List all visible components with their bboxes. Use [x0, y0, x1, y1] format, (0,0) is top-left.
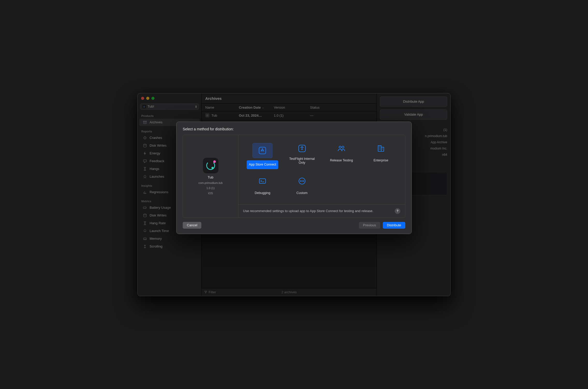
app-store-icon — [253, 143, 272, 158]
svg-rect-14 — [259, 179, 266, 183]
hourglass-icon — [143, 167, 147, 171]
option-enterprise[interactable]: Enterprise — [362, 141, 400, 171]
cell-date: Oct 23, 2024… — [239, 114, 274, 117]
option-label: Debugging — [253, 189, 272, 198]
hourglass-icon — [143, 221, 147, 225]
column-version[interactable]: Version — [274, 106, 310, 109]
cancel-button[interactable]: Cancel — [183, 222, 201, 229]
table-header: Name Creation Date⌄ Version Status — [202, 104, 377, 111]
cell-status: — — [310, 114, 373, 117]
sidebar-label: Disk Writes — [150, 144, 166, 147]
section-products: Products — [138, 111, 201, 118]
testflight-icon — [297, 143, 307, 154]
archive-icon — [143, 120, 147, 124]
app-icon — [203, 158, 218, 173]
option-debugging[interactable]: Debugging — [244, 174, 282, 200]
scheme-label: Tub! — [148, 104, 154, 108]
sidebar-label: Crashes — [150, 136, 162, 140]
chevron-down-icon: ⌄ — [262, 106, 264, 109]
option-release-testing[interactable]: Release Testing — [322, 141, 361, 171]
distribute-app-button[interactable]: Distribute App — [380, 96, 447, 107]
svg-point-6 — [144, 214, 146, 215]
sidebar-label: Energy — [150, 151, 160, 155]
option-label: App Store Connect — [247, 160, 278, 169]
building-icon — [376, 143, 386, 154]
sheet-title: Select a method for distribution: — [183, 127, 405, 131]
option-label: Custom — [294, 189, 310, 198]
app-version: 1.0 (1) — [207, 186, 215, 190]
svg-point-10 — [339, 146, 341, 148]
app-scheme-icon: ◎ — [142, 105, 146, 108]
zoom-window-button[interactable] — [151, 97, 155, 100]
distribute-button[interactable]: Distribute — [383, 222, 405, 229]
page-title: Archives — [202, 93, 377, 104]
scroll-icon — [143, 244, 147, 249]
svg-point-17 — [302, 181, 302, 181]
minimize-window-button[interactable] — [146, 97, 149, 100]
rocket-icon — [143, 229, 147, 233]
svg-rect-7 — [144, 238, 146, 240]
sidebar-label: Battery Usage — [150, 206, 171, 210]
sidebar-label: Launch Time — [150, 229, 169, 233]
distribution-sheet: Select a method for distribution: Tub co… — [176, 122, 412, 234]
column-creation-date[interactable]: Creation Date⌄ — [239, 106, 274, 109]
cell-name: Tub — [211, 114, 217, 117]
svg-rect-4 — [143, 160, 146, 162]
svg-point-16 — [300, 181, 301, 181]
option-custom[interactable]: Custom — [283, 174, 321, 200]
people-icon — [336, 143, 347, 154]
sidebar-label: Hang Rate — [150, 221, 166, 225]
chevron-updown-icon: ▴▾ — [195, 105, 197, 108]
svg-point-3 — [144, 144, 146, 145]
sidebar-item-memory[interactable]: Memory — [139, 235, 200, 242]
option-label: TestFlight Internal Only — [284, 156, 320, 166]
ellipsis-icon — [297, 176, 307, 186]
hint-bar: Use recommended settings to upload app t… — [238, 204, 405, 218]
svg-rect-5 — [143, 207, 146, 208]
help-button[interactable]: ? — [395, 208, 400, 214]
filter-field[interactable]: Filter — [204, 290, 216, 294]
cell-version: 1.0 (1) — [274, 114, 310, 117]
svg-point-18 — [303, 181, 304, 181]
memory-icon — [143, 237, 147, 241]
rocket-icon — [143, 175, 147, 179]
app-platform: iOS — [208, 192, 213, 195]
sidebar-label: Disk Writes — [150, 213, 166, 217]
traffic-lights — [138, 93, 201, 102]
svg-rect-12 — [378, 146, 381, 151]
hint-text: Use recommended settings to upload app t… — [243, 209, 373, 213]
option-label: Enterprise — [371, 156, 390, 165]
chat-icon — [143, 159, 147, 163]
sidebar-label: Launches — [150, 175, 164, 178]
sidebar-label: Feedback — [150, 159, 164, 163]
scheme-dropdown[interactable]: ◎ Tub! ▴▾ — [140, 103, 199, 110]
validate-app-button[interactable]: Validate App — [380, 109, 447, 120]
option-testflight[interactable]: TestFlight Internal Only — [283, 141, 321, 171]
svg-point-2 — [144, 137, 146, 139]
app-name: Tub — [208, 175, 214, 179]
terminal-icon — [257, 176, 268, 186]
table-row[interactable]: ◎Tub Oct 23, 2024… 1.0 (1) — — [202, 111, 377, 120]
sheet-footer: Cancel Previous Distribute — [183, 218, 405, 229]
svg-point-11 — [342, 146, 344, 148]
close-window-button[interactable] — [141, 97, 144, 100]
column-name[interactable]: Name — [205, 106, 239, 109]
battery-icon — [143, 206, 147, 210]
option-label: Release Testing — [328, 156, 355, 165]
archives-count: 2 archives — [281, 290, 297, 294]
sidebar-label: Scrolling — [150, 244, 163, 248]
previous-button[interactable]: Previous — [359, 222, 380, 229]
app-bundle: com.primodium.tub — [199, 181, 223, 184]
bug-icon — [143, 136, 147, 140]
sidebar-label: Archives — [150, 120, 163, 124]
disk-icon — [143, 213, 147, 218]
option-app-store-connect[interactable]: App Store Connect — [244, 141, 282, 171]
sidebar-item-scrolling[interactable]: Scrolling — [139, 243, 200, 250]
column-status[interactable]: Status — [310, 106, 373, 109]
bolt-icon — [143, 151, 147, 155]
distribution-options: App Store Connect TestFlight Internal On… — [238, 135, 405, 204]
sidebar-label: Regressions — [150, 190, 168, 194]
app-icon: ◎ — [205, 113, 209, 117]
footer-bar: Filter 2 archives — [202, 288, 377, 296]
filter-icon — [204, 290, 207, 294]
